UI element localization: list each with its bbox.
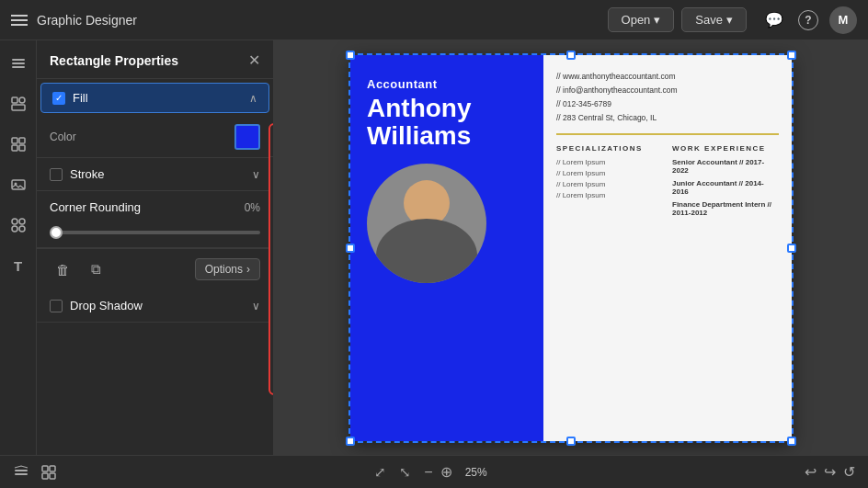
resume-card: Accountant Anthony Williams // www.antho…	[350, 55, 792, 441]
fill-section: ✓ Fill ∧ Color	[37, 83, 273, 158]
svg-rect-20	[42, 473, 48, 479]
color-swatch[interactable]	[234, 124, 260, 150]
specializations-col: SPECIALIZATIONS // Lorem Ipsum // Lorem …	[556, 144, 663, 221]
stroke-section: Stroke ∨	[37, 158, 273, 191]
copy-icon[interactable]: ⧉	[83, 256, 108, 282]
specializations-title: SPECIALIZATIONS	[556, 144, 663, 153]
actions-row: 🗑 ⧉ Options ›	[37, 248, 273, 289]
app-title: Graphic Designer	[37, 13, 137, 28]
contact-address: // 283 Central St, Chicago, IL	[556, 111, 779, 125]
drop-shadow-section: Drop Shadow ∨	[37, 289, 273, 323]
stroke-checkbox[interactable]	[50, 168, 63, 181]
zoom-percentage: 25%	[465, 466, 487, 479]
resume-container: Accountant Anthony Williams // www.antho…	[350, 55, 792, 441]
contact-phone: // 012-345-6789	[556, 97, 779, 111]
drop-shadow-arrow-icon[interactable]: ∨	[252, 300, 260, 312]
redo-button[interactable]: ↪	[824, 463, 836, 481]
svg-point-13	[19, 219, 25, 224]
stroke-row: Stroke ∨	[37, 158, 273, 190]
contact-web: // www.anthonytheaccountant.com	[556, 70, 779, 84]
bottom-bar: ⤢ ⤡ − ⊕ 25% ↩ ↪ ↺	[0, 455, 868, 488]
svg-rect-1	[12, 62, 25, 64]
fill-label: Fill	[73, 91, 249, 105]
objects-icon[interactable]	[5, 211, 32, 239]
help-icon[interactable]: ?	[798, 10, 818, 30]
zoom-in-circle[interactable]: ⊕	[440, 463, 452, 481]
main-area: T Rectangle Properties ✕ ✓ Fill ∧ Color	[0, 40, 868, 455]
props-title: Rectangle Properties	[50, 53, 178, 68]
layers-icon[interactable]	[5, 50, 32, 77]
corner-header: Corner Rounding 0%	[50, 200, 260, 214]
topbar: Graphic Designer Open ▾ Save ▾ 💬 ? M	[0, 0, 868, 40]
contact-email: // info@anthonytheaccountant.com	[556, 84, 779, 97]
svg-rect-9	[19, 145, 25, 151]
fill-section-header[interactable]: ✓ Fill ∧	[40, 83, 269, 113]
expand-icon[interactable]: ⤢	[374, 464, 386, 481]
svg-point-14	[12, 226, 17, 232]
topbar-icons: 💬 ? M	[761, 6, 857, 34]
reset-button[interactable]: ↺	[843, 463, 855, 481]
canvas-area[interactable]: Accountant Anthony Williams // www.antho…	[274, 40, 868, 455]
drop-shadow-checkbox[interactable]	[50, 300, 63, 312]
svg-rect-16	[15, 470, 28, 471]
svg-rect-3	[12, 97, 17, 103]
svg-rect-8	[12, 145, 17, 151]
color-label: Color	[50, 131, 234, 143]
svg-rect-0	[12, 59, 25, 61]
svg-rect-6	[12, 138, 17, 143]
fill-checkbox[interactable]: ✓	[52, 92, 65, 105]
svg-rect-5	[12, 105, 25, 110]
svg-point-15	[19, 226, 25, 232]
undo-redo: ↩ ↪ ↺	[805, 463, 855, 481]
work-item-1: Junior Accountant // 2014-2016	[672, 179, 779, 196]
grid-bottom-icon[interactable]	[40, 464, 57, 481]
options-button[interactable]: Options ›	[195, 258, 260, 280]
stroke-arrow-icon[interactable]: ∨	[252, 168, 260, 181]
svg-rect-19	[50, 466, 55, 471]
grid-icon[interactable]	[5, 131, 32, 158]
svg-point-12	[12, 219, 17, 224]
hamburger-icon[interactable]	[11, 15, 28, 26]
text-icon[interactable]: T	[5, 252, 32, 279]
delete-icon[interactable]: 🗑	[50, 256, 75, 282]
corner-rounding-value: 0%	[245, 201, 260, 214]
zoom-out-button[interactable]: −	[424, 464, 432, 481]
props-header: Rectangle Properties ✕	[37, 40, 273, 79]
image-icon[interactable]	[5, 171, 32, 199]
avatar[interactable]: M	[829, 6, 857, 34]
resume-contact: // www.anthonytheaccountant.com // info@…	[556, 70, 779, 135]
topbar-right: Open ▾ Save ▾ 💬 ? M	[608, 6, 857, 34]
layers-bottom-icon[interactable]	[13, 464, 29, 481]
bottom-left	[13, 464, 57, 481]
spec-item-2: // Lorem Ipsum	[556, 180, 663, 188]
options-arrow-icon: ›	[246, 263, 250, 276]
fit-icon[interactable]: ⤡	[399, 464, 411, 481]
resume-job-title: Accountant	[367, 77, 527, 91]
spec-item-3: // Lorem Ipsum	[556, 191, 663, 199]
bottom-right: ↩ ↪ ↺	[805, 463, 855, 481]
fill-collapse-icon[interactable]: ∧	[249, 92, 257, 105]
resume-left-panel: Accountant Anthony Williams	[350, 55, 543, 441]
svg-point-4	[19, 97, 25, 103]
zoom-controls: − ⊕	[424, 463, 451, 481]
properties-panel: Rectangle Properties ✕ ✓ Fill ∧ Color Pi…	[37, 40, 274, 455]
close-button[interactable]: ✕	[248, 51, 260, 69]
chevron-down-icon: ▾	[726, 13, 733, 27]
corner-slider-wrap	[50, 221, 260, 238]
save-button[interactable]: Save ▾	[681, 7, 747, 32]
icon-bar: T	[0, 40, 37, 455]
open-button[interactable]: Open ▾	[608, 7, 675, 32]
svg-rect-7	[19, 138, 25, 143]
spec-item-1: // Lorem Ipsum	[556, 169, 663, 177]
resume-name: Anthony Williams	[367, 95, 527, 152]
drop-shadow-label: Drop Shadow	[70, 299, 252, 312]
work-item-2: Finance Department Intern // 2011-2012	[672, 200, 779, 217]
shapes-icon[interactable]	[5, 90, 32, 118]
corner-rounding-slider[interactable]	[50, 231, 260, 234]
chat-icon[interactable]: 💬	[761, 7, 787, 33]
chevron-down-icon: ▾	[654, 13, 660, 27]
svg-rect-21	[50, 473, 55, 479]
resume-sections: SPECIALIZATIONS // Lorem Ipsum // Lorem …	[556, 144, 779, 221]
undo-button[interactable]: ↩	[805, 463, 817, 481]
corner-section: Corner Rounding 0%	[37, 191, 273, 247]
